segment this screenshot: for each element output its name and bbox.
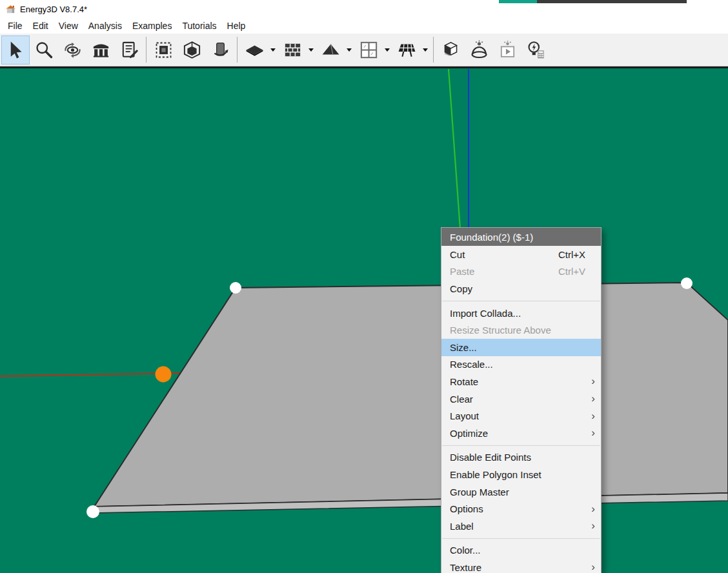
roof-dropdown-caret-icon[interactable]: [347, 48, 352, 52]
submenu-arrow-icon: ›: [591, 561, 595, 572]
selection-box-button[interactable]: [149, 35, 177, 65]
menu-item-label: Color...: [450, 545, 481, 556]
menu-item-label: Options: [450, 503, 483, 514]
foundation-tool-group[interactable]: [240, 35, 278, 65]
energy-analysis-button[interactable]: [521, 35, 550, 65]
solar-panel-tool-button[interactable]: [392, 35, 421, 65]
edit-point-top-right[interactable]: [681, 277, 693, 289]
menu-item-label: Size...: [450, 342, 477, 353]
heliodon-dome-icon: [469, 40, 489, 60]
note-pencil-icon: [119, 40, 139, 60]
shadow-toggle-button[interactable]: [436, 35, 465, 65]
window-dropdown-caret-icon[interactable]: [385, 48, 390, 52]
wall-tool-button[interactable]: [278, 35, 307, 65]
zoom-tool-button[interactable]: [30, 35, 58, 65]
context-menu-item[interactable]: Clear ›: [441, 390, 601, 408]
edit-point-bottom-left[interactable]: [86, 505, 99, 518]
building-tool-button[interactable]: [86, 35, 115, 65]
context-menu-item[interactable]: Label ›: [441, 518, 601, 535]
context-menu-item[interactable]: Disable Edit Points ›: [441, 449, 601, 467]
window-tool-group[interactable]: [354, 35, 392, 65]
magnifier-icon: [34, 40, 54, 60]
submenu-arrow-icon: ›: [591, 410, 595, 421]
context-menu-item[interactable]: Enable Polygon Inset ›: [441, 466, 601, 483]
context-menu-item[interactable]: Resize Structure Above ›: [441, 321, 601, 339]
menu-item-label: Clear: [450, 394, 473, 405]
context-menu-item[interactable]: Paste Ctrl+V ›: [441, 263, 601, 281]
sun-play-icon: [498, 40, 518, 60]
rotate-object-button[interactable]: [206, 35, 234, 65]
menu-item-label: Cut: [450, 249, 465, 260]
sun-animation-button[interactable]: [493, 35, 521, 65]
context-menu-item[interactable]: Group Master ›: [441, 483, 601, 501]
box-tool-button[interactable]: [177, 35, 206, 65]
context-menu-item[interactable]: Optimize ›: [441, 425, 601, 442]
menu-separator: ›: [441, 442, 601, 449]
wall-tool-group[interactable]: [278, 35, 316, 65]
context-menu-item[interactable]: Texture ›: [441, 559, 601, 573]
menu-item-label: Rotate: [450, 376, 478, 387]
foundation-dropdown-caret-icon[interactable]: [270, 48, 276, 52]
shadow-cube-icon: [441, 40, 461, 60]
rotating-eye-icon: [63, 40, 83, 60]
selection-box-icon: [154, 40, 174, 60]
menu-bar: File Edit View Analysis Examples Tutoria…: [0, 18, 728, 34]
menu-item-label: Enable Polygon Inset: [450, 469, 541, 480]
context-menu-items: Cut Ctrl+X › Paste Ctrl+V › Copy ›: [441, 246, 601, 573]
context-menu: Foundation(2) ($-1) Cut Ctrl+X › Paste C…: [441, 227, 602, 573]
submenu-arrow-icon: ›: [591, 520, 595, 531]
toolbar-separator: [237, 37, 238, 63]
wall-bricks-icon: [283, 40, 303, 60]
menu-item-shortcut: Ctrl+V: [558, 266, 596, 277]
solar-dropdown-caret-icon[interactable]: [423, 48, 428, 52]
menubar-item[interactable]: File: [3, 19, 28, 32]
select-arrow-icon: [6, 40, 26, 60]
roof-tool-group[interactable]: [316, 35, 354, 65]
edit-point-top-left[interactable]: [230, 282, 241, 294]
submenu-arrow-icon: ›: [591, 376, 595, 387]
menu-item-label: Layout: [450, 410, 479, 421]
cube-icon: [182, 40, 202, 60]
foundation-icon: [245, 40, 265, 60]
wall-dropdown-caret-icon[interactable]: [308, 48, 314, 52]
menubar-item[interactable]: Tutorials: [177, 19, 221, 32]
context-menu-item[interactable]: Rotate ›: [441, 373, 601, 390]
context-menu-item[interactable]: Cut Ctrl+X ›: [441, 246, 601, 263]
active-edit-point[interactable]: [156, 367, 172, 383]
menubar-item[interactable]: Examples: [127, 19, 177, 32]
menu-item-shortcut: Ctrl+X: [558, 249, 596, 260]
context-menu-item[interactable]: Rescale... ›: [441, 356, 601, 374]
toolbar-separator: [433, 37, 434, 63]
window-tool-button[interactable]: [354, 35, 383, 65]
context-menu-item[interactable]: Import Collada... ›: [441, 305, 601, 322]
rotate-view-button[interactable]: [58, 35, 86, 65]
scene-canvas: [0, 68, 728, 573]
menu-item-label: Paste: [450, 266, 474, 277]
context-menu-header: Foundation(2) ($-1): [441, 228, 601, 246]
context-menu-item[interactable]: Layout ›: [441, 407, 601, 425]
foundation-top-face[interactable]: [94, 283, 728, 507]
roof-tool-button[interactable]: [316, 35, 345, 65]
select-tool-button[interactable]: [1, 35, 30, 65]
menubar-item[interactable]: View: [54, 19, 83, 32]
context-menu-item[interactable]: Size... ›: [441, 339, 601, 356]
menubar-item[interactable]: Edit: [28, 19, 54, 32]
menu-item-label: Texture: [450, 562, 481, 573]
context-menu-item[interactable]: Options ›: [441, 500, 601, 518]
window-title: Energy3D V8.7.4*: [20, 5, 87, 14]
solar-panel-tool-group[interactable]: [392, 35, 430, 65]
progress-strip-teal-segment: [499, 0, 537, 3]
context-menu-item[interactable]: Color... ›: [441, 542, 601, 559]
menu-separator: ›: [441, 297, 601, 305]
solar-panel-icon: [397, 40, 417, 60]
annotate-tool-button[interactable]: [115, 35, 143, 65]
3d-viewport[interactable]: Foundation(2) ($-1) Cut Ctrl+X › Paste C…: [0, 66, 728, 573]
heliodon-toggle-button[interactable]: [465, 35, 493, 65]
menubar-item[interactable]: Help: [222, 19, 251, 32]
foundation-tool-button[interactable]: [240, 35, 268, 65]
toolbar: [0, 34, 728, 66]
menu-separator: ›: [441, 535, 601, 542]
menu-item-label: Rescale...: [450, 359, 493, 370]
context-menu-item[interactable]: Copy ›: [441, 280, 601, 297]
menubar-item[interactable]: Analysis: [83, 19, 127, 32]
